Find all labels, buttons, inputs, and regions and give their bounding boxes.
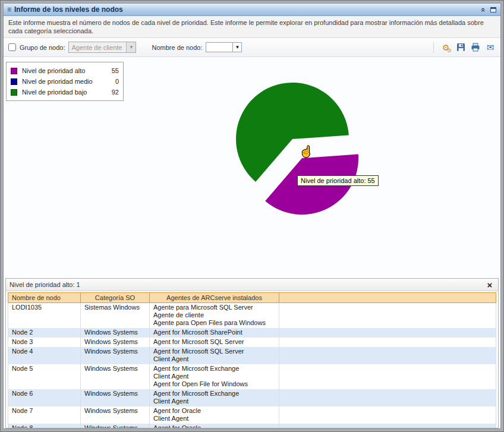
page-title: Informe de los niveles de nodos — [14, 5, 481, 14]
cell-agents: Agent for Microsoft ExchangeClient Agent — [150, 389, 279, 406]
node-group-select-value: Agente de cliente — [69, 44, 126, 51]
cell-node-name: Node 8 — [8, 424, 81, 428]
cell-empty — [279, 328, 496, 338]
collapse-icon[interactable]: « — [479, 7, 488, 11]
node-group-label: Grupo de nodo: — [20, 44, 65, 51]
cell-empty — [279, 303, 496, 329]
cell-empty — [279, 338, 496, 347]
cell-node-name: Node 6 — [8, 389, 81, 406]
window-grip-icon[interactable]: ≡ — [7, 5, 11, 14]
legend-value: 0 — [106, 78, 119, 85]
legend-label: Nivel de prioridad medio — [22, 78, 106, 85]
cell-node-name: Node 7 — [8, 406, 81, 424]
table-row[interactable]: Node 4Windows SystemsAgent for Microsoft… — [8, 347, 496, 364]
column-header-node-name[interactable]: Nombre de nodo — [8, 293, 81, 303]
table-row[interactable]: Node 8Windows SystemsAgent for Oracle — [8, 424, 496, 428]
refresh-icon[interactable]: ⚙ ⚙ — [440, 42, 451, 52]
node-name-combo: ▼ — [206, 42, 242, 52]
cell-os-category: Windows Systems — [81, 364, 150, 389]
cell-agents: Agent for Microsoft ExchangeClient Agent… — [150, 364, 279, 389]
node-name-input[interactable] — [206, 42, 233, 52]
cell-os-category: Windows Systems — [81, 389, 150, 406]
column-header-agents[interactable]: Agentes de ARCserve instalados — [150, 293, 279, 303]
cell-agents: Agent for Microsoft SQL Server — [150, 338, 279, 347]
report-description: Este informe muestra el número de nodos … — [4, 16, 500, 38]
cell-agents: Agent for Oracle — [150, 424, 279, 428]
legend-swatch-high-icon — [11, 68, 17, 74]
close-icon[interactable]: × — [485, 280, 494, 290]
detail-panel: Nivel de prioridad alto: 1 × Nombre de n… — [5, 278, 499, 428]
hand-cursor-icon: ☝ — [300, 146, 313, 157]
cell-node-name: LODI1035 — [8, 303, 81, 329]
cell-os-category: Windows Systems — [81, 347, 150, 364]
legend-item-low[interactable]: Nivel de prioridad bajo 92 — [11, 87, 119, 97]
cell-os-category: Windows Systems — [81, 338, 150, 347]
chart-area: Nivel de prioridad alto 55 Nivel de prio… — [4, 57, 500, 276]
column-header-os-category[interactable]: Categoría SO — [81, 293, 150, 303]
legend-swatch-medium-icon — [11, 78, 17, 85]
cell-empty — [279, 424, 496, 428]
cell-empty — [279, 406, 496, 424]
table-row[interactable]: Node 7Windows SystemsAgent for OracleCli… — [8, 406, 496, 424]
detail-panel-header: Nivel de prioridad alto: 1 × — [6, 279, 498, 291]
toolbar-divider — [433, 42, 434, 53]
table-row[interactable]: LODI1035Sistemas WindowsAgente para Micr… — [8, 303, 496, 329]
node-group-checkbox[interactable] — [8, 43, 16, 51]
column-header-empty — [279, 293, 496, 303]
cell-node-name: Node 5 — [8, 364, 81, 389]
cell-empty — [279, 364, 496, 389]
table-row[interactable]: Node 2Windows SystemsAgent for Microsoft… — [8, 328, 496, 338]
cell-node-name: Node 3 — [8, 338, 81, 347]
legend-item-high[interactable]: Nivel de prioridad alto 55 — [11, 65, 119, 76]
cell-agents: Agent for Microsoft SharePoint — [150, 328, 279, 338]
table-row[interactable]: Node 3Windows SystemsAgent for Microsoft… — [8, 338, 496, 347]
detail-panel-title: Nivel de prioridad alto: 1 — [10, 281, 485, 288]
toolbar: Grupo de nodo: Agente de cliente ▼ Nombr… — [4, 38, 500, 57]
chart-tooltip: Nivel de prioridad alto: 55 — [297, 175, 379, 186]
cell-empty — [279, 389, 496, 406]
legend-label: Nivel de prioridad bajo — [22, 89, 106, 96]
report-window-body: ≡ Informe de los niveles de nodos « Este… — [3, 3, 501, 429]
legend-swatch-low-icon — [11, 89, 17, 96]
title-bar: ≡ Informe de los niveles de nodos « — [4, 4, 500, 16]
cell-agents: Agente para Microsoft SQL ServerAgente d… — [150, 303, 279, 329]
cell-agents: Agent for Microsoft SQL ServerClient Age… — [150, 347, 279, 364]
node-name-dropdown-button[interactable]: ▼ — [233, 42, 242, 52]
chevron-down-icon: ▼ — [126, 42, 136, 52]
cell-os-category: Windows Systems — [81, 328, 150, 338]
cell-os-category: Sistemas Windows — [81, 303, 150, 329]
table-header-row: Nombre de nodo Categoría SO Agentes de A… — [8, 293, 496, 303]
email-icon[interactable]: ✉ — [485, 42, 496, 52]
window-box-icon[interactable] — [490, 7, 496, 12]
cell-empty — [279, 347, 496, 364]
detail-grid: Nombre de nodo Categoría SO Agentes de A… — [6, 291, 498, 428]
cell-os-category: Windows Systems — [81, 406, 150, 424]
table-row[interactable]: Node 6Windows SystemsAgent for Microsoft… — [8, 389, 496, 406]
cell-os-category: Windows Systems — [81, 424, 150, 428]
node-group-select[interactable]: Agente de cliente ▼ — [68, 42, 136, 53]
save-icon[interactable] — [455, 42, 466, 52]
legend-value: 55 — [106, 67, 119, 74]
cell-node-name: Node 2 — [8, 328, 81, 338]
chart-legend: Nivel de prioridad alto 55 Nivel de prio… — [6, 62, 124, 101]
table-row[interactable]: Node 5Windows SystemsAgent for Microsoft… — [8, 364, 496, 389]
legend-value: 92 — [106, 89, 119, 96]
print-icon[interactable] — [470, 42, 481, 52]
report-window: ≡ Informe de los niveles de nodos « Este… — [0, 0, 504, 432]
cell-node-name: Node 4 — [8, 347, 81, 364]
legend-item-medium[interactable]: Nivel de prioridad medio 0 — [11, 76, 119, 87]
legend-label: Nivel de prioridad alto — [22, 67, 106, 74]
cell-agents: Agent for OracleClient Agent — [150, 406, 279, 424]
node-name-label: Nombre de nodo: — [152, 44, 202, 51]
